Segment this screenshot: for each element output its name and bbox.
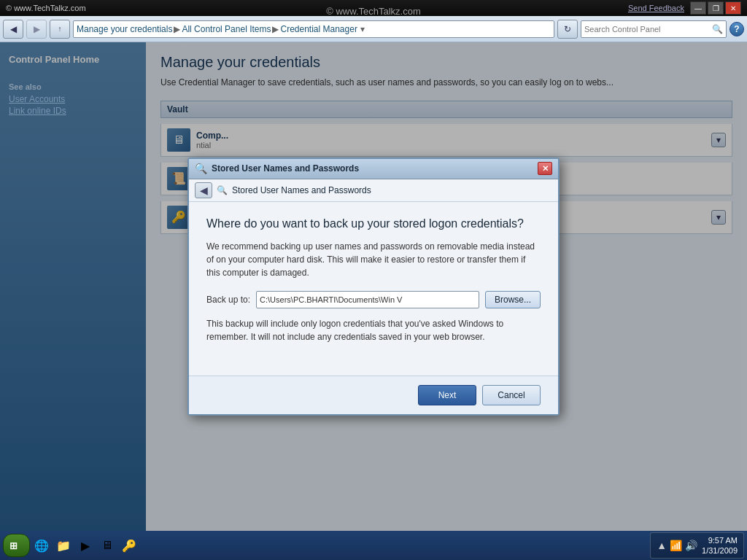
dialog-footer: Next Cancel [189, 376, 558, 414]
up-button[interactable]: ↑ [50, 20, 70, 39]
breadcrumb-credential-manager[interactable]: Credential Manager [280, 24, 357, 34]
refresh-button[interactable]: ↻ [557, 20, 578, 39]
minimize-button[interactable]: — [690, 1, 706, 15]
taskbar-key-icon[interactable]: 🔑 [119, 535, 139, 556]
tray-volume-icon[interactable]: 🔊 [685, 540, 697, 551]
taskbar-network-icon[interactable]: 🖥 [97, 535, 117, 556]
tray-expand-icon[interactable]: ▲ [657, 540, 667, 551]
dialog-nav: ◀ 🔍 Stored User Names and Passwords [189, 179, 558, 202]
dialog-close-button[interactable]: ✕ [538, 162, 552, 175]
start-button[interactable]: ⊞ [3, 534, 30, 557]
feedback-link[interactable]: Send Feedback [628, 4, 684, 12]
search-icon[interactable]: 🔍 [712, 24, 723, 34]
forward-button[interactable]: ▶ [26, 20, 47, 39]
clock-time: 9:57 AM [702, 535, 738, 545]
window-controls: — ❐ ✕ [690, 1, 741, 15]
backup-path-input[interactable] [256, 291, 479, 308]
dialog-body: Where do you want to back up your stored… [189, 202, 558, 376]
dialog-description: We recommend backing up user names and p… [206, 240, 541, 279]
dialog-overlay: 🔍 Stored User Names and Passwords ✕ ◀ 🔍 … [0, 42, 747, 531]
taskbar-folder-icon[interactable]: 📁 [53, 535, 74, 556]
backup-label: Back up to: [206, 295, 250, 305]
address-path[interactable]: Manage your credentials ▶ All Control Pa… [73, 20, 554, 38]
search-input[interactable] [584, 25, 712, 34]
dialog-title-text: Stored User Names and Passwords [212, 163, 533, 174]
start-orb: ⊞ [9, 540, 18, 551]
next-button[interactable]: Next [418, 385, 476, 405]
breadcrumb-all-items[interactable]: All Control Panel Items [182, 24, 271, 34]
tray-icons: ▲ 📶 🔊 [657, 540, 697, 551]
restore-button[interactable]: ❐ [708, 1, 724, 15]
help-button[interactable]: ? [729, 22, 744, 36]
dialog-title-icon: 🔍 [195, 163, 207, 174]
address-bar: ◀ ▶ ↑ Manage your credentials ▶ All Cont… [0, 16, 747, 42]
back-button[interactable]: ◀ [3, 20, 23, 39]
cancel-button[interactable]: Cancel [482, 385, 541, 405]
breadcrumb-control-panel[interactable]: Manage your credentials [77, 24, 172, 34]
system-clock[interactable]: 9:57 AM 1/31/2009 [702, 535, 738, 556]
taskbar-media-icon[interactable]: ▶ [75, 535, 96, 556]
window-close-button[interactable]: ✕ [725, 1, 741, 15]
dialog-icon-search: 🔍 [217, 185, 228, 195]
dialog-note: This backup will include only logon cred… [206, 317, 541, 343]
dialog-back-button[interactable]: ◀ [195, 182, 212, 198]
dialog-titlebar: 🔍 Stored User Names and Passwords ✕ [189, 159, 558, 179]
taskbar-ie-icon[interactable]: 🌐 [31, 535, 52, 556]
search-box[interactable]: 🔍 [581, 20, 727, 38]
backup-row: Back up to: Browse... [206, 291, 541, 308]
dialog-nav-title: Stored User Names and Passwords [232, 185, 371, 195]
system-tray: ▲ 📶 🔊 9:57 AM 1/31/2009 [650, 532, 744, 559]
tray-network-icon[interactable]: 📶 [670, 540, 682, 551]
dialog-question: Where do you want to back up your stored… [206, 217, 541, 232]
taskbar: ⊞ 🌐 📁 ▶ 🖥 🔑 ▲ 📶 🔊 9:57 AM 1/31/2009 [0, 531, 747, 560]
window-title: © www.TechTalkz.com [6, 4, 628, 12]
clock-date: 1/31/2009 [702, 545, 738, 556]
dialog-stored-credentials: 🔍 Stored User Names and Passwords ✕ ◀ 🔍 … [187, 158, 560, 416]
browse-button[interactable]: Browse... [485, 291, 541, 308]
title-bar: © www.TechTalkz.com Send Feedback — ❐ ✕ [0, 0, 747, 16]
